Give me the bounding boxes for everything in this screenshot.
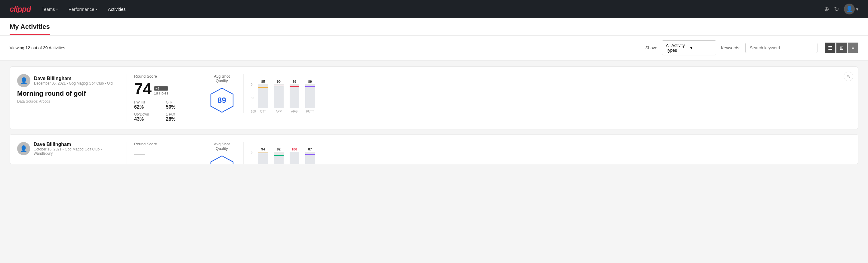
- nav-performance[interactable]: Performance ▾: [69, 7, 97, 12]
- mini-stats-grid: FW Hit 43% GIR 56%: [134, 163, 193, 164]
- nav-activities[interactable]: Activities: [108, 7, 126, 12]
- chart-col-app: 90 APP: [274, 80, 284, 113]
- activity-card: 👤 Dave Billingham October 16, 2021 - Gog…: [10, 134, 858, 164]
- navbar-right: ⊕ ↻ 👤 ▾: [824, 4, 858, 14]
- chart-y-labels: 100 50 0: [251, 83, 256, 113]
- score-detail: +4 18 Holes: [154, 86, 168, 96]
- card-shot-quality: Avg Shot Quality 89: [200, 74, 236, 114]
- bar-arg: [290, 84, 299, 108]
- fw-hit-label: FW Hit: [134, 163, 161, 164]
- edit-button[interactable]: ✎: [844, 71, 853, 81]
- fw-hit-label: FW Hit: [134, 100, 161, 105]
- viewing-text: Viewing 12 out of 29 Activities: [10, 46, 641, 50]
- navbar: clippd Teams ▾ Performance ▾ Activities …: [0, 0, 868, 18]
- user-info: Dave Billingham December 05, 2021 - Gog …: [34, 76, 113, 85]
- stat-header: Round Score: [134, 142, 193, 146]
- svg-marker-1: [211, 156, 233, 164]
- navbar-left: clippd Teams ▾ Performance ▾ Activities: [10, 4, 126, 14]
- activity-type-dropdown[interactable]: All Activity Types ▾: [662, 40, 716, 55]
- chart-col-arg: 106 ARG: [290, 147, 299, 164]
- user-date: December 05, 2021 - Gog Magog Golf Club …: [34, 81, 113, 85]
- bar-ott: [258, 152, 268, 164]
- gir-stat: GIR 56%: [166, 163, 193, 164]
- chart-columns: 94 OTT 82 APP: [258, 148, 851, 164]
- bar-putt: [305, 84, 315, 108]
- search-input[interactable]: [745, 43, 817, 53]
- activity-title: Morning round of golf: [17, 90, 119, 97]
- hex-badge: [209, 154, 236, 164]
- oneputt-value: 28%: [166, 116, 193, 122]
- user-row: 👤 Dave Billingham December 05, 2021 - Go…: [17, 74, 119, 87]
- dropdown-chevron-icon: ▾: [690, 46, 712, 50]
- bar-app: [274, 152, 284, 164]
- plus-badge: +4: [154, 86, 168, 91]
- round-score-row: —: [134, 149, 193, 159]
- user-row: 👤 Dave Billingham October 16, 2021 - Gog…: [17, 142, 119, 155]
- filter-bar: Viewing 12 out of 29 Activities Show: Al…: [0, 35, 868, 60]
- viewing-count: 12: [26, 46, 30, 50]
- view-list-compact-button[interactable]: ☰: [825, 42, 836, 53]
- bar-ott: [258, 84, 268, 108]
- user-date: October 16, 2021 - Gog Magog Golf Club -…: [34, 147, 119, 155]
- hex-badge: 89: [209, 87, 236, 114]
- bar-arg: [290, 152, 299, 164]
- fw-hit-stat: FW Hit 43%: [134, 163, 161, 164]
- avatar: 👤: [17, 74, 30, 87]
- data-source: Data Source: Arccos: [17, 99, 119, 104]
- updown-label: Up/Down: [134, 112, 161, 116]
- keywords-label: Keywords:: [721, 46, 741, 50]
- chart-col-putt: 89 PUTT: [305, 80, 315, 113]
- activity-type-value: All Activity Types: [666, 43, 688, 53]
- holes-text: 18 Holes: [154, 91, 168, 95]
- avatar: 👤: [17, 142, 30, 155]
- chart-col-ott: 85 OTT: [258, 80, 268, 113]
- fw-hit-stat: FW Hit 62%: [134, 100, 161, 110]
- nav-teams[interactable]: Teams ▾: [42, 7, 58, 12]
- avg-shot-quality-value: 89: [217, 96, 226, 105]
- chart-y-labels: 100 50 0: [251, 151, 256, 164]
- round-score: —: [134, 149, 145, 159]
- add-button[interactable]: ⊕: [824, 5, 829, 12]
- refresh-button[interactable]: ↻: [834, 5, 839, 12]
- view-toggles: ☰ ⊞ ≡: [825, 42, 858, 53]
- card-stats: Round Score 74 +4 18 Holes FW Hit 62% GI…: [127, 74, 193, 122]
- card-chart: 100 50 0 85 OTT: [243, 74, 851, 113]
- round-score-row: 74 +4 18 Holes: [134, 81, 193, 96]
- activity-card: 👤 Dave Billingham December 05, 2021 - Go…: [10, 66, 858, 129]
- fw-hit-value: 62%: [134, 105, 161, 110]
- viewing-total: 29: [43, 46, 48, 50]
- avatar-button[interactable]: 👤 ▾: [844, 4, 858, 14]
- oneputt-label: 1 Putt: [166, 112, 193, 116]
- performance-chevron-icon: ▾: [96, 7, 97, 11]
- card-left: 👤 Dave Billingham December 05, 2021 - Go…: [17, 74, 119, 104]
- asq-header: Avg Shot Quality: [208, 74, 236, 83]
- avatar-chevron-icon: ▾: [856, 6, 858, 12]
- chart-col-ott: 94 OTT: [258, 147, 268, 164]
- bar-app: [274, 84, 284, 108]
- avatar: 👤: [844, 4, 855, 14]
- logo[interactable]: clippd: [10, 4, 31, 14]
- view-grid-button[interactable]: ⊞: [836, 42, 847, 53]
- search-input-wrap: [745, 43, 817, 53]
- view-list-wide-button[interactable]: ≡: [847, 42, 858, 53]
- gir-stat: GIR 50%: [166, 100, 193, 110]
- chart-col-arg: 89 ARG: [290, 80, 299, 113]
- show-label: Show:: [645, 46, 657, 50]
- asq-header: Avg Shot Quality: [208, 142, 236, 151]
- main-content: 👤 Dave Billingham December 05, 2021 - Go…: [0, 60, 868, 263]
- mini-stats-grid: FW Hit 62% GIR 50% Up/Down 43% 1 Putt 28…: [134, 100, 193, 122]
- gir-label: GIR: [166, 100, 193, 105]
- chart-col-putt: 87 PUTT: [305, 147, 315, 164]
- user-name: Dave Billingham: [34, 76, 113, 81]
- bar-putt: [305, 152, 315, 164]
- card-chart: 100 50 0 94 OTT 82: [243, 142, 851, 164]
- round-score: 74: [134, 81, 152, 96]
- gir-label: GIR: [166, 163, 193, 164]
- chart-col-app: 82 APP: [274, 147, 284, 164]
- page-header: My Activities: [0, 18, 868, 35]
- user-name: Dave Billingham: [34, 142, 119, 147]
- stat-header: Round Score: [134, 74, 193, 79]
- oneputt-stat: 1 Putt 28%: [166, 112, 193, 122]
- updown-value: 43%: [134, 116, 161, 122]
- card-stats: Round Score — FW Hit 43% GIR 56%: [127, 142, 193, 164]
